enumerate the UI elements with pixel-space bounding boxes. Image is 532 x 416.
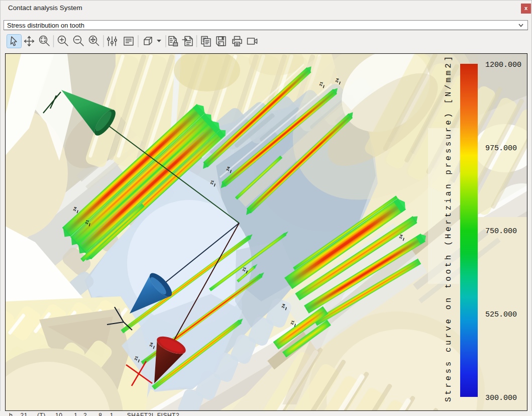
svg-text:975.000: 975.000 — [485, 144, 517, 153]
svg-text:300.000: 300.000 — [485, 394, 517, 402]
svg-text:750.000: 750.000 — [485, 227, 517, 236]
svg-text:Stress curve on tooth (Hertzia: Stress curve on tooth (Hertzian pressure… — [444, 56, 453, 402]
svg-text:1200.000: 1200.000 — [485, 61, 521, 69]
svg-text:525.000: 525.000 — [485, 310, 517, 319]
